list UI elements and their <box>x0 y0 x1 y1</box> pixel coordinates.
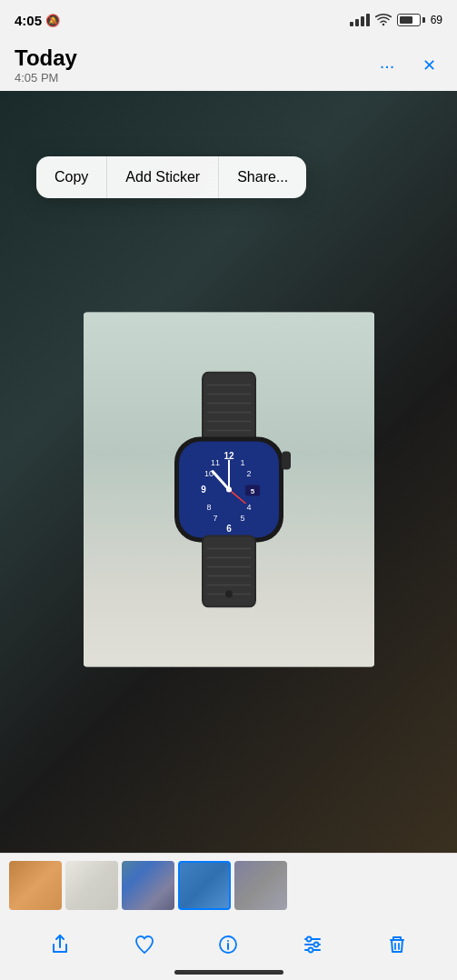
thumbnail-2[interactable] <box>65 861 118 910</box>
trash-icon <box>386 934 408 955</box>
battery-percentage: 69 <box>431 14 442 26</box>
svg-text:5: 5 <box>240 514 244 523</box>
favorite-button[interactable] <box>124 925 164 965</box>
silent-icon: 🔕 <box>45 14 60 27</box>
share-icon <box>49 934 71 955</box>
battery-tip <box>422 17 425 23</box>
thumbnail-3[interactable] <box>122 861 174 910</box>
svg-point-45 <box>314 943 319 947</box>
close-button[interactable]: ✕ <box>415 52 442 79</box>
svg-text:4: 4 <box>246 503 251 512</box>
watch-image: 12 6 3 9 11 1 2 4 5 7 8 10 <box>84 313 374 667</box>
add-sticker-button[interactable]: Add Sticker <box>107 156 219 198</box>
info-button[interactable] <box>208 925 248 965</box>
battery-body <box>397 14 421 26</box>
svg-text:8: 8 <box>206 503 211 512</box>
signal-bar-1 <box>350 22 353 26</box>
context-menu: Copy Add Sticker Share... <box>36 156 306 198</box>
thumbnail-4[interactable] <box>178 861 231 910</box>
svg-text:1: 1 <box>240 458 244 467</box>
wifi-icon <box>375 14 392 26</box>
svg-point-46 <box>309 948 313 953</box>
share-label: Share... <box>237 169 288 185</box>
thumbnail-1[interactable] <box>9 861 62 910</box>
svg-text:5: 5 <box>250 487 254 495</box>
svg-rect-9 <box>282 452 291 470</box>
header-actions: ··· ✕ <box>373 52 442 79</box>
svg-text:9: 9 <box>201 485 206 495</box>
svg-text:11: 11 <box>210 458 219 467</box>
svg-text:2: 2 <box>246 469 251 478</box>
copy-label: Copy <box>55 169 88 185</box>
thumbnail-5[interactable] <box>234 861 287 910</box>
time-display: 4:05 <box>15 13 42 28</box>
photo-background: 12 6 3 9 11 1 2 4 5 7 8 10 <box>0 91 457 853</box>
signal-bar-2 <box>355 19 359 26</box>
svg-text:10: 10 <box>204 469 213 478</box>
bottom-bar <box>0 853 457 980</box>
svg-rect-1 <box>204 374 254 443</box>
copy-button[interactable]: Copy <box>36 156 107 198</box>
signal-bar-3 <box>361 16 364 26</box>
svg-text:12: 12 <box>224 451 234 461</box>
photo-card[interactable]: 12 6 3 9 11 1 2 4 5 7 8 10 <box>84 313 374 667</box>
svg-point-26 <box>226 487 232 493</box>
heart-icon <box>134 934 155 955</box>
svg-text:7: 7 <box>213 514 217 523</box>
header-left: Today 4:05 PM <box>15 46 77 84</box>
toolbar <box>0 917 457 972</box>
page-subtitle: 4:05 PM <box>15 71 77 85</box>
page-title: Today <box>15 46 77 70</box>
share-button[interactable]: Share... <box>219 156 306 198</box>
delete-button[interactable] <box>377 925 417 965</box>
svg-text:6: 6 <box>226 524 232 534</box>
photo-area: 12 6 3 9 11 1 2 4 5 7 8 10 <box>0 91 457 853</box>
signal-icon <box>350 14 370 26</box>
status-right: 69 <box>350 14 442 26</box>
svg-point-40 <box>227 940 229 942</box>
thumbnail-strip <box>0 854 457 917</box>
home-indicator <box>174 970 283 975</box>
edit-button[interactable] <box>293 925 333 965</box>
info-icon <box>217 934 239 955</box>
status-time: 4:05 🔕 <box>15 13 60 28</box>
more-button[interactable]: ··· <box>373 52 401 79</box>
battery-fill <box>400 16 412 24</box>
share-button[interactable] <box>40 925 80 965</box>
sliders-icon <box>302 934 323 955</box>
status-bar: 4:05 🔕 69 <box>0 0 457 40</box>
svg-point-37 <box>225 591 233 598</box>
watch-svg: 12 6 3 9 11 1 2 4 5 7 8 10 <box>147 372 311 608</box>
signal-bar-4 <box>366 14 370 26</box>
header: Today 4:05 PM ··· ✕ <box>0 40 457 91</box>
battery-icon <box>397 14 425 26</box>
svg-point-44 <box>307 937 312 942</box>
add-sticker-label: Add Sticker <box>125 169 200 185</box>
